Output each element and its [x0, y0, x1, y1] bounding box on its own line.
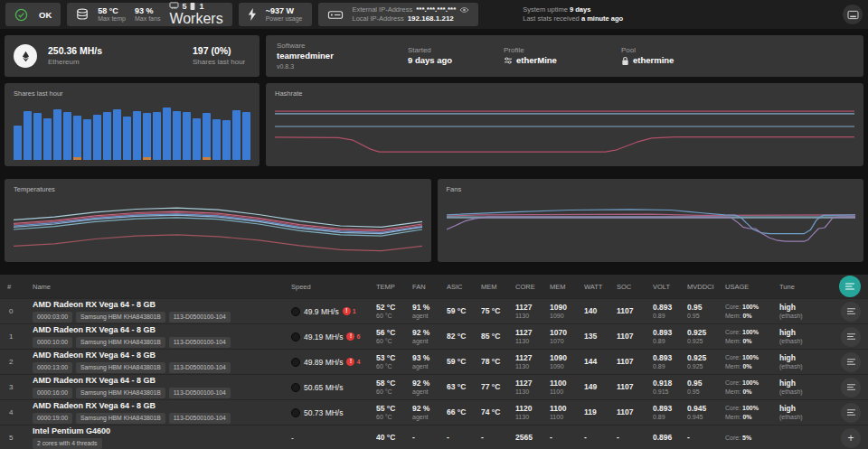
external-ip-label: External IP-Address [353, 5, 413, 14]
table-row[interactable]: 0 AMD Radeon RX Vega 64 - 8 GB 0000:03:0… [0, 298, 868, 323]
started-label: Started [408, 46, 504, 55]
miner-status-icon [291, 408, 300, 417]
power-label: Power usage [266, 15, 303, 23]
mem-clock-cell: 10701070 [550, 328, 582, 345]
list-menu-icon [846, 408, 856, 416]
gpu-icon [169, 2, 179, 10]
core-clock-cell: 2565 [515, 433, 548, 443]
speed-value: 50.65 MH/s [304, 383, 343, 392]
table-actions-header [828, 276, 861, 297]
mem-temp-cell: - [481, 433, 514, 443]
usage-cell: Core: 100%Mem: 0% [725, 379, 778, 395]
speed-value: 49.89 MH/s [304, 358, 343, 367]
last-stats-line: Last stats received a minute ago [523, 14, 623, 23]
col-asic: ASIC [447, 283, 479, 291]
max-fans-value: 93 % [135, 6, 160, 15]
speed-value: 49.19 MH/s [304, 332, 343, 341]
speed-cell: 50.65 MH/s ! [291, 383, 374, 392]
soc-cell: 1107 [617, 382, 651, 392]
share-bar [242, 112, 250, 160]
row-menu-button[interactable]: + [841, 403, 861, 423]
row-menu-button[interactable]: + [841, 327, 861, 347]
last-stats-value: a minute ago [581, 14, 623, 23]
row-action-cell: + [828, 428, 861, 448]
pool-value-line[interactable]: ethermine [621, 55, 853, 66]
fan-cell: 91 %agent [412, 303, 445, 320]
max-fans-stat: 93 % Max fans [135, 6, 160, 23]
device-badge: Samsung HBM KHA843801B [76, 337, 165, 348]
eye-icon[interactable] [459, 6, 469, 14]
watt-cell: 149 [584, 382, 615, 392]
mvddci-cell: 0.950.95 [687, 303, 723, 320]
check-circle-icon [14, 8, 28, 22]
col-index: # [7, 283, 31, 291]
device-badges: 2 cores with 4 threads [33, 438, 289, 449]
speed-cell: 50.73 MH/s ! [291, 408, 374, 417]
miner-status-icon [291, 332, 300, 341]
status-text: OK [39, 10, 52, 20]
asic-cell: 82 °C [447, 332, 479, 341]
uptime-value: 9 days [570, 5, 590, 14]
device-badge: Samsung HBM KHA843801B [76, 413, 165, 424]
shares-value: 197 (0%) [193, 45, 245, 57]
usage-line: Mem: 0% [725, 337, 778, 345]
row-add-button[interactable]: + [841, 428, 861, 448]
table-row[interactable]: 4 AMD Radeon RX Vega 64 - 8 GB 0000:19:0… [0, 399, 868, 425]
device-name-cell: AMD Radeon RX Vega 64 - 8 GB 0000:10:00S… [33, 325, 289, 347]
shares-bar-chart [14, 98, 250, 160]
share-bar [113, 109, 121, 160]
usage-line: Mem: 0% [725, 388, 778, 396]
uptime-block: System uptime 9 days Last stats received… [523, 5, 623, 23]
usage-line: Core: 100% [725, 303, 778, 311]
mvddci-cell: 0.9250.925 [687, 328, 723, 345]
shares-chart-card: Shares last hour [5, 83, 259, 166]
local-ip-label: Local IP-Address [353, 14, 404, 23]
hashrate-summary-card: 250.36 MH/s Ethereum 197 (0%) Shares las… [5, 35, 259, 77]
table-row[interactable]: 1 AMD Radeon RX Vega 64 - 8 GB 0000:10:0… [0, 323, 868, 349]
device-badge: 2 cores with 4 threads [33, 438, 102, 449]
rig-stats-card: 58 °C Max temp 93 % Max fans 5 1 Workers [67, 3, 231, 26]
status-card: OK [5, 3, 61, 26]
row-menu-button[interactable]: + [841, 302, 861, 322]
row-menu-button[interactable]: + [841, 352, 861, 372]
pool-label: Pool [621, 46, 853, 55]
table-menu-button[interactable] [839, 276, 861, 297]
miner-status-icon [291, 307, 300, 316]
row-menu-button[interactable]: + [841, 378, 861, 398]
warning-badge: ! 6 [346, 332, 360, 341]
share-bar [83, 119, 91, 160]
list-menu-icon [846, 358, 856, 366]
table-row[interactable]: 5 Intel Pentium G4600 2 cores with 4 thr… [0, 425, 868, 449]
table-row[interactable]: 3 AMD Radeon RX Vega 64 - 8 GB 0000:16:0… [0, 374, 868, 399]
power-card: ~937 W Power usage [239, 3, 312, 26]
device-badges: 0000:10:00Samsung HBM KHA843801B113-D050… [33, 337, 289, 348]
table-row[interactable]: 2 AMD Radeon RX Vega 64 - 8 GB 0000:13:0… [0, 349, 868, 374]
uptime-line: System uptime 9 days [523, 5, 623, 14]
usage-line: Mem: 0% [725, 362, 778, 370]
watt-cell: 135 [584, 332, 615, 341]
network-card: External IP-Address ***.***.***.*** Loca… [318, 3, 479, 26]
external-ip-value: ***.***.***.*** [416, 5, 456, 14]
volt-cell: 0.8930.89 [653, 404, 685, 421]
console-button[interactable] [843, 5, 863, 24]
device-badges: 0000:19:00Samsung HBM KHA843801B113-D050… [33, 413, 289, 424]
max-temp-value: 58 °C [98, 6, 126, 15]
mem-clock-cell: - [550, 433, 582, 443]
ethereum-icon [14, 44, 37, 68]
col-tune: Tune [779, 283, 826, 291]
fans-chart-title: Fans [447, 185, 855, 193]
miner-status-icon [291, 358, 300, 367]
share-bar [123, 117, 131, 160]
share-bar [212, 119, 221, 160]
coin-label: Ethereum [48, 58, 182, 67]
profile-value-line[interactable]: etherMine [504, 55, 621, 66]
summary-row: 250.36 MH/s Ethereum 197 (0%) Shares las… [5, 35, 863, 77]
shares-stat: 197 (0%) Shares last hour [193, 45, 245, 66]
share-bar [63, 112, 71, 160]
volt-cell: 0.8930.89 [653, 303, 685, 320]
mem-temp-cell: 78 °C [481, 357, 514, 367]
pool-value: ethermine [633, 55, 674, 66]
soc-cell: 1107 [617, 357, 651, 367]
fan-cell: 92 %agent [412, 404, 445, 421]
soc-cell: 1107 [617, 332, 651, 341]
